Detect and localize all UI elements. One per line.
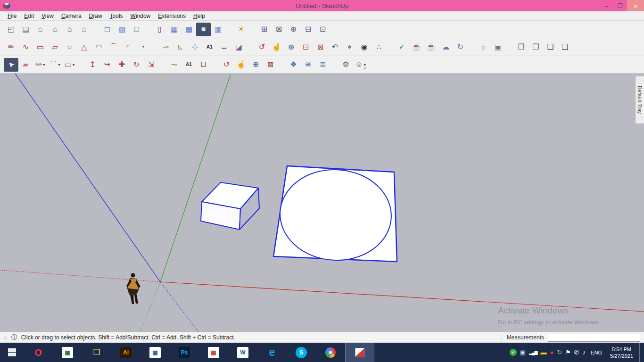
tray-dhl-icon[interactable]: ▬: [540, 349, 546, 356]
rectangle-tool-button[interactable]: ▭: [33, 40, 48, 54]
taskbar-office-2[interactable]: ▦: [140, 343, 170, 362]
zoom-tool-button[interactable]: ⊕: [284, 40, 298, 54]
shape-tools-dropdown-button[interactable]: ▭: [62, 58, 77, 72]
chaos-cloud-button[interactable]: ☁: [438, 40, 453, 54]
section-plane-tool-button[interactable]: ◪: [231, 40, 246, 54]
tray-network-signal-icon[interactable]: ▂▄▆: [529, 350, 537, 355]
freehand-tool-button[interactable]: ∿: [18, 40, 33, 54]
taskbar-explorer[interactable]: ❒: [82, 343, 111, 362]
tray-sync-icon[interactable]: ↻: [557, 349, 562, 356]
show-desktop-button[interactable]: [639, 343, 643, 362]
style-monochrome-button[interactable]: ■: [196, 23, 211, 36]
style-xray-button[interactable]: ◻: [100, 23, 115, 36]
text-tool-button[interactable]: A1: [202, 40, 217, 54]
select-tool-button[interactable]: ➤: [4, 58, 18, 72]
zoom-tool-button-2[interactable]: ⊕: [248, 58, 263, 72]
view-iso-button[interactable]: ◰: [4, 23, 18, 36]
menu-edit[interactable]: Edit: [20, 12, 38, 20]
solid-subtract-button[interactable]: ⊟: [301, 23, 315, 36]
menu-window[interactable]: Window: [127, 12, 155, 20]
line-tool-button[interactable]: ✏: [4, 40, 18, 54]
vray-correction-button[interactable]: ▣: [491, 40, 505, 54]
arc-tool-button[interactable]: ⌒: [106, 40, 121, 54]
eraser-tool-button[interactable]: ▰: [18, 58, 33, 72]
menu-view[interactable]: View: [38, 12, 58, 20]
taskbar-opera[interactable]: O: [24, 343, 53, 362]
zoom-window-tool-button[interactable]: ⊡: [298, 40, 313, 54]
taskbar-illustrator[interactable]: Ai: [111, 343, 140, 362]
help-info-icon[interactable]: ⓘ: [11, 333, 17, 342]
close-button[interactable]: ×: [627, 0, 644, 11]
menu-extensions[interactable]: Extensions: [154, 12, 190, 20]
axes-tool-button[interactable]: ⊹: [188, 40, 202, 54]
orbit-tool-button-2[interactable]: ↺: [219, 58, 234, 72]
style-wireframe-button[interactable]: □: [129, 23, 144, 36]
vray-lock-camera-button[interactable]: ❑: [558, 40, 572, 54]
taskbar-word[interactable]: W: [228, 343, 257, 362]
zoom-extents-tool-button[interactable]: ⊠: [313, 40, 328, 54]
orbit-tool-button[interactable]: ↺: [255, 40, 269, 54]
tags-extension-button[interactable]: ≣: [315, 58, 330, 72]
solid-trim-button[interactable]: ⊡: [315, 23, 330, 36]
menu-file[interactable]: File: [4, 12, 20, 20]
shadows-toggle-button[interactable]: ☀: [234, 23, 248, 36]
rotated-rectangle-tool-button[interactable]: ▱: [48, 40, 62, 54]
pan-tool-button[interactable]: ☝: [269, 40, 284, 54]
modeling-viewport[interactable]: Default Tray Activate Windows Go to PC s…: [0, 74, 644, 332]
polygon-tool-button[interactable]: △: [77, 40, 91, 54]
menu-camera[interactable]: Camera: [58, 12, 85, 20]
selected-circle-square[interactable]: [273, 166, 397, 263]
vray-interactive-render-button[interactable]: ☕: [424, 40, 438, 54]
solid-union-button[interactable]: ⊕: [286, 23, 301, 36]
view-top-button[interactable]: ▤: [18, 23, 33, 36]
taskbar-office-1[interactable]: ▦: [53, 343, 82, 362]
view-back-button[interactable]: ⌂: [62, 23, 77, 36]
rotate-tool-button[interactable]: ↻: [129, 58, 144, 72]
tape-measure-tool-button-2[interactable]: ⊸: [167, 58, 182, 72]
vray-scene-sync-button[interactable]: ↻: [453, 40, 468, 54]
position-camera-tool-button[interactable]: ⌖: [342, 40, 357, 54]
default-tray-tab[interactable]: Default Tray: [635, 76, 644, 124]
dimension-tool-button[interactable]: ↔: [217, 40, 231, 54]
taskbar-skype[interactable]: S: [287, 343, 316, 362]
solid-outer-shell-button[interactable]: ⊞: [257, 23, 272, 36]
vray-batch-render-button[interactable]: ❐: [528, 40, 543, 54]
solid-intersect-button[interactable]: ⊠: [272, 23, 286, 36]
menu-help[interactable]: Help: [190, 12, 209, 20]
tray-opera-icon[interactable]: ●: [550, 349, 553, 356]
line-tools-dropdown-button[interactable]: ✏: [33, 58, 48, 72]
start-button[interactable]: [0, 343, 24, 362]
taskbar-edge[interactable]: e: [257, 343, 287, 362]
move-tool-button[interactable]: ✚: [115, 58, 129, 72]
tray-pc-status-icon[interactable]: ▣: [520, 349, 526, 356]
style-back-edges-button[interactable]: ▨: [115, 23, 129, 36]
taskbar-photoshop[interactable]: Ps: [170, 343, 199, 362]
view-front-button[interactable]: ⌂: [33, 23, 48, 36]
measurements-input[interactable]: [548, 334, 640, 342]
scale-figure[interactable]: [126, 273, 140, 304]
follow-me-tool-button[interactable]: ↪: [100, 58, 115, 72]
vray-pack-project-button[interactable]: ❏: [543, 40, 558, 54]
vray-lens-effects-button[interactable]: ☼: [476, 40, 491, 54]
minimize-button[interactable]: –: [600, 0, 613, 11]
look-around-tool-button[interactable]: ◉: [357, 40, 372, 54]
view-left-button[interactable]: ⌂: [77, 23, 91, 36]
geolocation-status-icon[interactable]: ◌: [4, 334, 8, 341]
circle-tool-button[interactable]: ○: [62, 40, 77, 54]
extension-settings-button[interactable]: ⚙: [339, 58, 353, 72]
view-right-button[interactable]: ⌂: [48, 23, 62, 36]
tray-flag-icon[interactable]: ⚑: [565, 349, 571, 356]
menu-tools[interactable]: Tools: [106, 12, 127, 20]
push-pull-tool-button[interactable]: ↥: [85, 58, 100, 72]
clock[interactable]: 5:54 PM 5/27/2021: [607, 346, 636, 359]
style-shaded-button[interactable]: ▦: [167, 23, 182, 36]
zoom-previous-tool-button[interactable]: ↶: [328, 40, 342, 54]
restore-button[interactable]: ❐: [613, 0, 627, 11]
language-indicator[interactable]: ENG: [589, 350, 604, 355]
paint-bucket-tool-button[interactable]: ⊔: [196, 58, 211, 72]
zoom-extents-button-2[interactable]: ⊠: [263, 58, 278, 72]
text-tool-button-2[interactable]: A1: [182, 58, 196, 72]
selected-box[interactable]: [201, 182, 259, 230]
warehouse-extension-button[interactable]: ❖: [286, 58, 301, 72]
style-hidden-line-button[interactable]: ▯: [152, 23, 167, 36]
